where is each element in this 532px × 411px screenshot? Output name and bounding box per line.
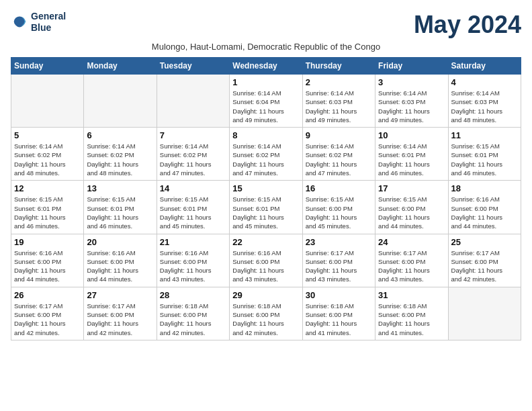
calendar-day-cell: 28Sunrise: 6:18 AM Sunset: 6:00 PM Dayli… — [157, 287, 229, 340]
day-number: 9 — [306, 130, 372, 140]
day-info: Sunrise: 6:18 AM Sunset: 6:00 PM Dayligh… — [160, 302, 226, 337]
day-number: 1 — [232, 77, 299, 87]
calendar-day-cell: 1Sunrise: 6:14 AM Sunset: 6:04 PM Daylig… — [230, 75, 302, 128]
day-number: 11 — [451, 130, 518, 140]
day-info: Sunrise: 6:18 AM Sunset: 6:00 PM Dayligh… — [306, 302, 372, 337]
day-number: 28 — [160, 290, 226, 300]
calendar-day-cell: 24Sunrise: 6:17 AM Sunset: 6:00 PM Dayli… — [375, 234, 448, 287]
calendar-week-row: 12Sunrise: 6:15 AM Sunset: 6:01 PM Dayli… — [11, 181, 521, 234]
calendar-day-cell: 29Sunrise: 6:18 AM Sunset: 6:00 PM Dayli… — [230, 287, 302, 340]
calendar-day-cell: 18Sunrise: 6:16 AM Sunset: 6:00 PM Dayli… — [448, 181, 521, 234]
logo-icon — [11, 13, 30, 32]
day-number: 23 — [306, 237, 372, 247]
day-info: Sunrise: 6:14 AM Sunset: 6:01 PM Dayligh… — [378, 142, 445, 177]
calendar-day-cell: 31Sunrise: 6:18 AM Sunset: 6:00 PM Dayli… — [375, 287, 448, 340]
subtitle: Mulongo, Haut-Lomami, Democratic Republi… — [11, 42, 521, 52]
calendar-day-cell: 14Sunrise: 6:15 AM Sunset: 6:01 PM Dayli… — [157, 181, 229, 234]
day-number: 25 — [451, 237, 518, 247]
day-info: Sunrise: 6:14 AM Sunset: 6:03 PM Dayligh… — [306, 89, 372, 124]
day-number: 24 — [378, 237, 445, 247]
calendar-day-cell: 2Sunrise: 6:14 AM Sunset: 6:03 PM Daylig… — [302, 75, 375, 128]
calendar-day-cell: 20Sunrise: 6:16 AM Sunset: 6:00 PM Dayli… — [84, 234, 157, 287]
day-info: Sunrise: 6:15 AM Sunset: 6:01 PM Dayligh… — [232, 195, 299, 230]
logo: General Blue — [11, 11, 66, 34]
calendar-table: SundayMondayTuesdayWednesdayThursdayFrid… — [11, 57, 521, 340]
calendar-day-cell: 26Sunrise: 6:17 AM Sunset: 6:00 PM Dayli… — [11, 287, 84, 340]
logo-text: General Blue — [31, 11, 66, 34]
day-info: Sunrise: 6:15 AM Sunset: 6:01 PM Dayligh… — [451, 142, 518, 177]
calendar-day-cell: 8Sunrise: 6:14 AM Sunset: 6:02 PM Daylig… — [230, 128, 302, 181]
day-number: 27 — [87, 290, 153, 300]
day-of-week-header: Tuesday — [157, 58, 229, 75]
calendar-day-cell — [157, 75, 229, 128]
calendar-day-cell — [11, 75, 84, 128]
calendar-day-cell: 25Sunrise: 6:17 AM Sunset: 6:00 PM Dayli… — [448, 234, 521, 287]
day-info: Sunrise: 6:14 AM Sunset: 6:04 PM Dayligh… — [232, 89, 299, 124]
day-number: 4 — [451, 77, 518, 87]
calendar-day-cell: 21Sunrise: 6:16 AM Sunset: 6:00 PM Dayli… — [157, 234, 229, 287]
calendar-day-cell: 4Sunrise: 6:14 AM Sunset: 6:03 PM Daylig… — [448, 75, 521, 128]
day-number: 6 — [87, 130, 153, 140]
calendar-day-cell — [84, 75, 157, 128]
day-of-week-header: Wednesday — [230, 58, 302, 75]
calendar-day-cell: 13Sunrise: 6:15 AM Sunset: 6:01 PM Dayli… — [84, 181, 157, 234]
day-info: Sunrise: 6:14 AM Sunset: 6:03 PM Dayligh… — [378, 89, 445, 124]
day-info: Sunrise: 6:17 AM Sunset: 6:00 PM Dayligh… — [378, 248, 445, 284]
calendar-day-cell: 10Sunrise: 6:14 AM Sunset: 6:01 PM Dayli… — [375, 128, 448, 181]
day-of-week-header: Thursday — [302, 58, 375, 75]
day-number: 30 — [306, 290, 372, 300]
day-info: Sunrise: 6:14 AM Sunset: 6:02 PM Dayligh… — [306, 142, 372, 177]
day-info: Sunrise: 6:16 AM Sunset: 6:00 PM Dayligh… — [14, 248, 81, 284]
day-info: Sunrise: 6:16 AM Sunset: 6:00 PM Dayligh… — [232, 248, 299, 284]
day-info: Sunrise: 6:15 AM Sunset: 6:01 PM Dayligh… — [160, 195, 226, 230]
calendar-day-cell: 15Sunrise: 6:15 AM Sunset: 6:01 PM Dayli… — [230, 181, 302, 234]
day-info: Sunrise: 6:15 AM Sunset: 6:01 PM Dayligh… — [87, 195, 153, 230]
day-info: Sunrise: 6:15 AM Sunset: 6:01 PM Dayligh… — [14, 195, 81, 230]
calendar-day-cell: 6Sunrise: 6:14 AM Sunset: 6:02 PM Daylig… — [84, 128, 157, 181]
day-info: Sunrise: 6:17 AM Sunset: 6:00 PM Dayligh… — [14, 302, 81, 337]
day-number: 26 — [14, 290, 81, 300]
calendar-day-cell: 12Sunrise: 6:15 AM Sunset: 6:01 PM Dayli… — [11, 181, 84, 234]
day-number: 16 — [306, 183, 372, 193]
day-number: 8 — [232, 130, 299, 140]
page-header: General Blue May 2024 — [11, 11, 521, 39]
day-number: 15 — [232, 183, 299, 193]
day-info: Sunrise: 6:15 AM Sunset: 6:00 PM Dayligh… — [378, 195, 445, 230]
day-number: 13 — [87, 183, 153, 193]
day-of-week-header: Monday — [84, 58, 157, 75]
calendar-day-cell: 27Sunrise: 6:17 AM Sunset: 6:00 PM Dayli… — [84, 287, 157, 340]
day-number: 14 — [160, 183, 226, 193]
day-info: Sunrise: 6:14 AM Sunset: 6:02 PM Dayligh… — [14, 142, 81, 177]
day-number: 3 — [378, 77, 445, 87]
calendar-header-row: SundayMondayTuesdayWednesdayThursdayFrid… — [11, 58, 521, 75]
calendar-day-cell: 3Sunrise: 6:14 AM Sunset: 6:03 PM Daylig… — [375, 75, 448, 128]
day-number: 2 — [306, 77, 372, 87]
calendar-week-row: 19Sunrise: 6:16 AM Sunset: 6:00 PM Dayli… — [11, 234, 521, 287]
calendar-day-cell: 22Sunrise: 6:16 AM Sunset: 6:00 PM Dayli… — [230, 234, 302, 287]
day-number: 31 — [378, 290, 445, 300]
day-of-week-header: Friday — [375, 58, 448, 75]
day-info: Sunrise: 6:17 AM Sunset: 6:00 PM Dayligh… — [306, 248, 372, 284]
calendar-day-cell: 23Sunrise: 6:17 AM Sunset: 6:00 PM Dayli… — [302, 234, 375, 287]
day-info: Sunrise: 6:16 AM Sunset: 6:00 PM Dayligh… — [87, 248, 153, 284]
day-info: Sunrise: 6:15 AM Sunset: 6:00 PM Dayligh… — [306, 195, 372, 230]
day-info: Sunrise: 6:16 AM Sunset: 6:00 PM Dayligh… — [160, 248, 226, 284]
calendar-day-cell: 17Sunrise: 6:15 AM Sunset: 6:00 PM Dayli… — [375, 181, 448, 234]
calendar-week-row: 1Sunrise: 6:14 AM Sunset: 6:04 PM Daylig… — [11, 75, 521, 128]
day-number: 22 — [232, 237, 299, 247]
day-number: 7 — [160, 130, 226, 140]
day-number: 18 — [451, 183, 518, 193]
calendar-week-row: 5Sunrise: 6:14 AM Sunset: 6:02 PM Daylig… — [11, 128, 521, 181]
day-number: 20 — [87, 237, 153, 247]
day-info: Sunrise: 6:14 AM Sunset: 6:03 PM Dayligh… — [451, 89, 518, 124]
calendar-day-cell: 5Sunrise: 6:14 AM Sunset: 6:02 PM Daylig… — [11, 128, 84, 181]
day-of-week-header: Saturday — [448, 58, 521, 75]
day-of-week-header: Sunday — [11, 58, 84, 75]
calendar-day-cell — [448, 287, 521, 340]
day-info: Sunrise: 6:18 AM Sunset: 6:00 PM Dayligh… — [378, 302, 445, 337]
calendar-day-cell: 16Sunrise: 6:15 AM Sunset: 6:00 PM Dayli… — [302, 181, 375, 234]
day-info: Sunrise: 6:16 AM Sunset: 6:00 PM Dayligh… — [451, 195, 518, 230]
day-info: Sunrise: 6:17 AM Sunset: 6:00 PM Dayligh… — [87, 302, 153, 337]
day-number: 10 — [378, 130, 445, 140]
day-info: Sunrise: 6:17 AM Sunset: 6:00 PM Dayligh… — [451, 248, 518, 284]
